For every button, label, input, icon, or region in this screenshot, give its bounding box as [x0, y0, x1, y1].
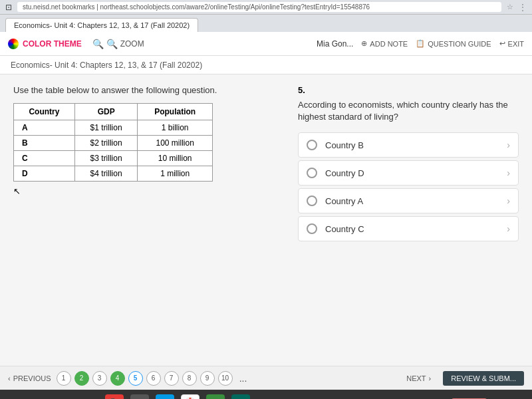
page-title: Economics- Unit 4: Chapters 12, 13, & 17…	[11, 61, 202, 70]
palette-icon	[8, 39, 19, 49]
zoom-label: ZOOM	[120, 39, 144, 49]
left-panel: Use the table below to answer the follow…	[13, 85, 293, 355]
answer-option-opt-d[interactable]: Country D›	[298, 160, 519, 186]
country-cell: C	[14, 151, 75, 166]
page-btn-10[interactable]: 10	[218, 371, 233, 386]
gdp-cell: $1 trillion	[74, 120, 138, 136]
taskbar-icons: 🎥 ⚙ 📁 ✓ ▶	[105, 394, 250, 399]
table-row: D$4 trillion1 million	[14, 166, 213, 182]
toolbar: COLOR THEME 🔍 🔍 ZOOM Mia Gon... ⊕ ADD NO…	[0, 32, 532, 56]
toolbar-right: Mia Gon... ⊕ ADD NOTE 📋 QUESTION GUIDE ↩…	[317, 39, 524, 49]
more-icon[interactable]: ⋮	[519, 3, 527, 12]
chrome-taskbar-icon[interactable]	[181, 394, 200, 399]
option-label: Country C	[325, 224, 364, 234]
radio-button[interactable]	[307, 223, 317, 234]
question-guide-btn[interactable]: 📋 QUESTION GUIDE	[416, 39, 491, 48]
option-arrow-icon: ›	[507, 196, 510, 206]
page-btn-7[interactable]: 7	[164, 371, 179, 386]
col-header-country: Country	[14, 104, 75, 120]
data-table: Country GDP Population A$1 trillion1 bil…	[13, 103, 213, 182]
user-name: Mia Gon...	[317, 39, 353, 49]
taskbar: 🎥 ⚙ 📁 ✓ ▶ Sign out US ▾ 🔋 8	[0, 390, 532, 399]
review-submit-button[interactable]: REVIEW & SUBM...	[443, 371, 524, 386]
option-arrow-icon: ›	[507, 168, 510, 178]
browser-bar: ⊡ stu.neisd.net bookmarks | northeast.sc…	[0, 0, 532, 15]
page-btn-6[interactable]: 6	[146, 371, 161, 386]
color-theme-btn[interactable]: COLOR THEME	[8, 39, 82, 49]
add-note-btn[interactable]: ⊕ ADD NOTE	[361, 39, 408, 48]
population-cell: 1 million	[138, 166, 213, 182]
answer-option-opt-a[interactable]: Country A›	[298, 188, 519, 213]
option-arrow-icon: ›	[507, 223, 510, 234]
radio-button[interactable]	[307, 168, 317, 178]
color-theme-label: COLOR THEME	[23, 39, 82, 49]
page-btn-1[interactable]: 1	[57, 371, 71, 386]
question-guide-icon: 📋	[416, 39, 425, 48]
page-buttons: 12345678910...	[57, 371, 402, 386]
country-cell: D	[14, 166, 75, 182]
files-taskbar-icon[interactable]: 📁	[156, 394, 174, 399]
country-cell: B	[14, 136, 75, 151]
page-btn-3[interactable]: 3	[92, 371, 107, 386]
gdp-cell: $3 trillion	[74, 151, 138, 166]
gdp-cell: $2 trillion	[74, 136, 138, 151]
content-area: Use the table below to answer the follow…	[0, 74, 532, 366]
radio-button[interactable]	[307, 140, 317, 150]
answer-options: Country B›Country D›Country A›Country C›	[298, 132, 519, 241]
question-intro: Use the table below to answer the follow…	[13, 85, 279, 95]
right-panel: 5. According to economists, which countr…	[293, 85, 519, 355]
active-tab[interactable]: Economics- Unit 4: Chapters 12, 13, & 17…	[5, 18, 198, 32]
page-btn-5[interactable]: 5	[128, 371, 143, 386]
url-bar[interactable]: stu.neisd.net bookmarks | northeast.scho…	[17, 2, 501, 12]
table-row: A$1 trillion1 billion	[14, 120, 213, 136]
option-label: Country B	[325, 140, 364, 150]
prev-label: PREVIOUS	[13, 374, 51, 382]
population-cell: 10 million	[138, 151, 213, 166]
tab-bar: Economics- Unit 4: Chapters 12, 13, & 17…	[0, 15, 532, 32]
population-cell: 1 billion	[138, 120, 213, 136]
page-btn-8[interactable]: 8	[182, 371, 197, 386]
nav-bar: ‹ PREVIOUS 12345678910... NEXT › REVIEW …	[0, 366, 532, 390]
play-taskbar-icon[interactable]: ▶	[231, 394, 250, 399]
video-taskbar-icon[interactable]: 🎥	[105, 394, 124, 399]
next-label: NEXT	[406, 374, 426, 382]
answer-option-opt-b[interactable]: Country B›	[298, 132, 519, 158]
add-note-icon: ⊕	[361, 39, 367, 48]
zoom-out-icon[interactable]: 🔍	[92, 39, 104, 49]
prev-button[interactable]: ‹ PREVIOUS	[8, 374, 51, 382]
page-btn-2[interactable]: 2	[74, 371, 89, 386]
page-dots: ...	[236, 371, 251, 386]
country-cell: A	[14, 120, 75, 136]
radio-button[interactable]	[307, 196, 317, 206]
question-number: 5.	[298, 85, 519, 95]
col-header-gdp: GDP	[74, 104, 138, 120]
option-label: Country D	[325, 168, 364, 178]
zoom-in-icon[interactable]: 🔍	[106, 39, 118, 49]
col-header-population: Population	[138, 104, 213, 120]
table-row: C$3 trillion10 million	[14, 151, 213, 166]
task-taskbar-icon[interactable]: ✓	[206, 394, 225, 399]
page-header-bar: Economics- Unit 4: Chapters 12, 13, & 17…	[0, 56, 532, 74]
option-label: Country A	[325, 196, 363, 206]
browser-icon: ⊡	[5, 3, 12, 12]
prev-arrow-icon: ‹	[8, 374, 11, 382]
population-cell: 100 million	[138, 136, 213, 151]
settings-taskbar-icon[interactable]: ⚙	[130, 394, 149, 399]
exit-icon: ↩	[499, 39, 505, 48]
answer-option-opt-c[interactable]: Country C›	[298, 216, 519, 241]
zoom-area[interactable]: 🔍 🔍 ZOOM	[92, 39, 144, 49]
page-btn-4[interactable]: 4	[110, 371, 125, 386]
gdp-cell: $4 trillion	[74, 166, 138, 182]
exit-btn[interactable]: ↩ EXIT	[499, 39, 524, 48]
question-text: According to economists, which country c…	[298, 99, 519, 123]
next-arrow-icon: ›	[429, 374, 432, 382]
page-btn-9[interactable]: 9	[200, 371, 215, 386]
star-icon[interactable]: ☆	[507, 3, 513, 11]
option-arrow-icon: ›	[507, 140, 510, 150]
table-row: B$2 trillion100 million	[14, 136, 213, 151]
next-button[interactable]: NEXT ›	[406, 374, 431, 382]
